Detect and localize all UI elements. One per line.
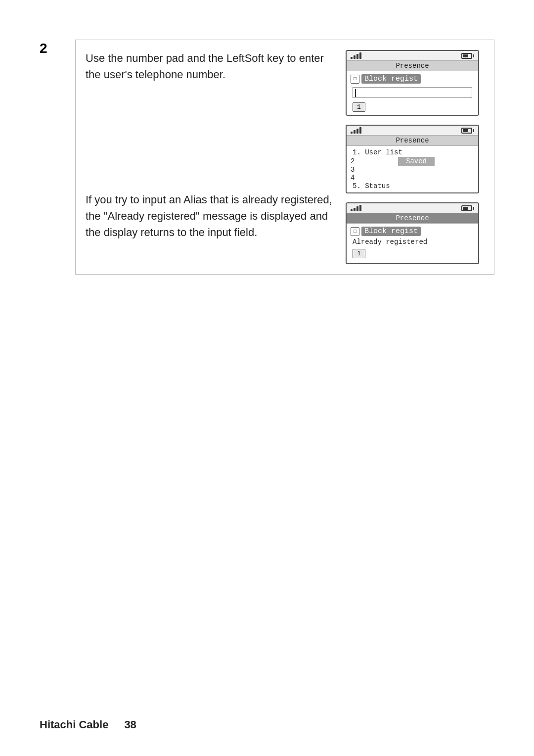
signal-bar-6 xyxy=(354,130,356,134)
btn-1-label-3[interactable]: 1 xyxy=(353,249,365,258)
signal-bar-5 xyxy=(351,132,353,134)
page-footer: Hitachi Cable 38 xyxy=(40,718,494,731)
battery-tip-2 xyxy=(473,129,474,132)
step-note: If you try to input an Alias that is alr… xyxy=(86,191,334,240)
step-number: 2 xyxy=(40,41,59,56)
signal-icon-1 xyxy=(351,52,361,59)
list-item-saved: Saved xyxy=(398,157,435,166)
list-num-4: 4 xyxy=(351,174,358,182)
header-label-3: Presence xyxy=(396,214,429,222)
list-row-2: 2 Saved xyxy=(351,157,474,166)
input-field-1[interactable] xyxy=(353,87,472,98)
list-item-5: 5. Status xyxy=(351,182,474,190)
signal-bar-11 xyxy=(356,206,358,211)
footer-page-number: 38 xyxy=(124,718,136,731)
list-row-4: 4 xyxy=(351,174,474,182)
list-item-1: 1. User list xyxy=(351,148,474,157)
small-btn-row-1: 1 xyxy=(351,100,474,113)
screens-column: Presence □ Block regist 1 xyxy=(346,50,484,264)
phone-screen-2: Presence 1. User list 2 Saved 3 xyxy=(346,125,479,193)
signal-bar-7 xyxy=(356,129,358,134)
battery-icon-3 xyxy=(461,205,474,211)
phone-header-3: Presence xyxy=(347,213,478,224)
already-registered-msg: Already registered xyxy=(351,237,474,247)
signal-icon-3 xyxy=(351,205,361,211)
btn-1-label-1[interactable]: 1 xyxy=(353,102,365,112)
battery-tip-3 xyxy=(473,207,474,210)
battery-icon-2 xyxy=(461,128,474,134)
battery-fill-1 xyxy=(463,54,468,57)
block-regist-label-3: Block regist xyxy=(361,227,421,236)
battery-icon-1 xyxy=(461,53,474,59)
phone-icon-3: □ xyxy=(351,227,359,236)
signal-bar-8 xyxy=(359,127,361,134)
cursor-1 xyxy=(355,89,356,97)
signal-icon-2 xyxy=(351,127,361,134)
battery-tip-1 xyxy=(473,54,474,57)
signal-bar-1 xyxy=(351,57,353,59)
signal-bar-10 xyxy=(354,208,356,211)
list-num-2: 2 xyxy=(351,157,358,165)
page-content: 2 Use the number pad and the LeftSoft ke… xyxy=(0,0,534,324)
step-body: Use the number pad and the LeftSoft key … xyxy=(86,50,334,240)
phone-screen-3: Presence □ Block regist Already register… xyxy=(346,202,479,264)
phone-body-1: □ Block regist 1 xyxy=(347,71,478,115)
phone-header-2: Presence xyxy=(347,135,478,146)
step-row: 2 Use the number pad and the LeftSoft ke… xyxy=(40,40,494,275)
signal-bar-3 xyxy=(356,54,358,59)
phone-row-icon-1: □ Block regist xyxy=(351,73,474,85)
step-instruction: Use the number pad and the LeftSoft key … xyxy=(86,50,334,83)
header-label-1: Presence xyxy=(396,62,429,70)
footer-brand: Hitachi Cable xyxy=(40,718,108,731)
battery-body-2 xyxy=(461,128,472,134)
signal-bar-4 xyxy=(359,52,361,59)
battery-fill-2 xyxy=(463,129,468,132)
signal-bar-2 xyxy=(354,55,356,59)
phone-header-1: Presence xyxy=(347,60,478,71)
signal-bar-9 xyxy=(351,209,353,211)
status-bar-2 xyxy=(347,126,478,135)
battery-body-3 xyxy=(461,205,472,211)
header-label-2: Presence xyxy=(396,137,429,144)
small-btn-row-3: 1 xyxy=(351,247,474,259)
list-row-3: 3 xyxy=(351,166,474,174)
signal-bar-12 xyxy=(359,205,361,211)
status-bar-1 xyxy=(347,51,478,60)
battery-fill-3 xyxy=(463,207,468,210)
phone-icon-1: □ xyxy=(351,75,359,84)
list-num-3: 3 xyxy=(351,166,358,174)
phone-row-icon-3: □ Block regist xyxy=(351,226,474,237)
battery-body-1 xyxy=(461,53,472,59)
phone-body-2: 1. User list 2 Saved 3 4 xyxy=(347,146,478,192)
phone-screen-1: Presence □ Block regist 1 xyxy=(346,50,479,116)
block-regist-label-1: Block regist xyxy=(361,74,421,84)
status-bar-3 xyxy=(347,203,478,213)
phone-body-3: □ Block regist Already registered 1 xyxy=(347,224,478,263)
